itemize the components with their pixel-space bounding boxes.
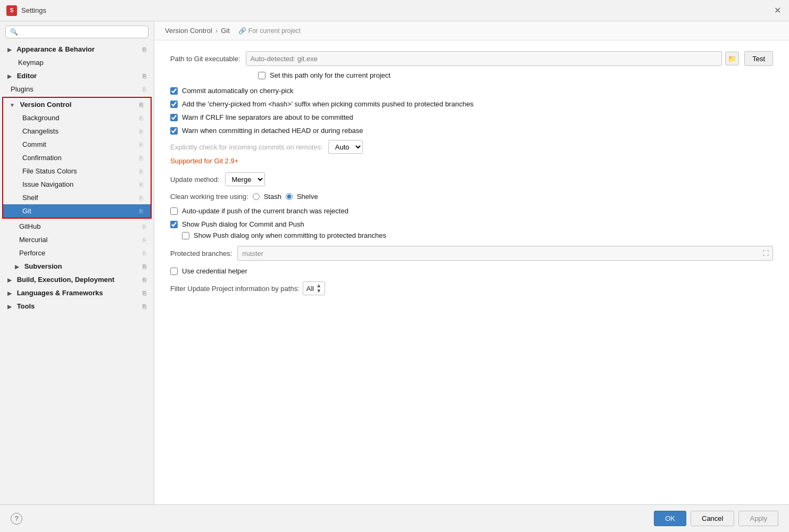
- sidebar-item-file-status-colors[interactable]: File Status Colors ⎘: [3, 164, 151, 178]
- sidebar-item-plugins[interactable]: Plugins ⎘: [0, 82, 154, 96]
- breadcrumb-parent: Version Control: [165, 27, 212, 35]
- copy-icon: ⎘: [139, 208, 143, 214]
- use-credential-checkbox[interactable]: [170, 268, 178, 275]
- show-push-label: Show Push dialog for Commit and Push: [182, 220, 304, 228]
- cherry-pick-suffix-row: Add the 'cherry-picked from <hash>' suff…: [170, 100, 773, 108]
- sidebar-item-tools[interactable]: ▶ Tools ⎘: [0, 300, 154, 313]
- show-push-row: Show Push dialog for Commit and Push: [170, 220, 773, 228]
- stash-radio[interactable]: [253, 193, 260, 200]
- test-button[interactable]: Test: [744, 51, 773, 66]
- sidebar-item-editor[interactable]: ▶ Editor ⎘: [0, 69, 154, 82]
- support-note: Supported for Git 2.9+: [170, 157, 773, 165]
- arrow-icon: ▼: [10, 102, 15, 108]
- sidebar-item-languages[interactable]: ▶ Languages & Frameworks ⎘: [0, 286, 154, 300]
- project-link[interactable]: 🔗 For current project: [238, 27, 301, 35]
- incoming-commits-select[interactable]: Auto: [328, 140, 363, 154]
- titlebar: S Settings ✕: [0, 0, 789, 21]
- copy-icon: ⎘: [143, 223, 146, 230]
- sidebar-item-perforce[interactable]: Perforce ⎘: [0, 246, 154, 260]
- path-row: Path to Git executable: 📁 Test: [170, 51, 773, 66]
- show-push-protected-row: Show Push dialog only when committing to…: [170, 231, 773, 239]
- warn-detached-checkbox[interactable]: [170, 127, 178, 135]
- copy-icon: ⎘: [143, 86, 146, 93]
- incoming-commits-label: Explicitly check for incoming commits on…: [170, 143, 323, 151]
- breadcrumb-sep: ›: [215, 27, 218, 35]
- show-push-checkbox[interactable]: [170, 221, 178, 228]
- sidebar-item-confirmation[interactable]: Confirmation ⎘: [3, 151, 151, 164]
- copy-icon: ⎘: [143, 46, 146, 53]
- search-input[interactable]: [20, 28, 144, 36]
- close-button[interactable]: ✕: [772, 5, 783, 16]
- show-push-protected-checkbox[interactable]: [182, 232, 189, 239]
- copy-icon: ⎘: [143, 250, 146, 256]
- use-credential-row: Use credential helper: [170, 267, 773, 275]
- main-content: 🔍 ▶ Appearance & Behavior ⎘ Keymap ▶: [0, 21, 789, 504]
- show-push-protected-label: Show Push dialog only when committing to…: [194, 231, 386, 239]
- filter-value: All: [306, 285, 314, 293]
- spinner-arrows: ▲▼: [316, 283, 321, 294]
- copy-icon: ⎘: [139, 181, 143, 188]
- sidebar-item-subversion[interactable]: ▶ Subversion ⎘: [0, 260, 154, 273]
- copy-icon: ⎘: [143, 290, 146, 296]
- protected-branches-row: Protected branches: ⛶: [170, 246, 773, 261]
- copy-icon: ⎘: [143, 263, 146, 270]
- browse-button[interactable]: 📁: [725, 52, 739, 65]
- sidebar-item-shelf[interactable]: Shelf ⎘: [3, 191, 151, 204]
- cherry-pick-label: Commit automatically on cherry-pick: [182, 87, 294, 95]
- clean-working-label: Clean working tree using:: [170, 193, 248, 201]
- cherry-pick-row: Commit automatically on cherry-pick: [170, 87, 773, 95]
- auto-update-label: Auto-update if push of the current branc…: [182, 207, 348, 215]
- path-input[interactable]: [246, 51, 722, 66]
- sidebar-item-background[interactable]: Background ⎘: [3, 111, 151, 124]
- copy-icon: ⎘: [139, 168, 143, 174]
- path-label: Path to Git executable:: [170, 55, 240, 63]
- sidebar-item-commit[interactable]: Commit ⎘: [3, 138, 151, 151]
- filter-label: Filter Update Project information by pat…: [170, 285, 300, 293]
- breadcrumb: Version Control › Git 🔗 For current proj…: [154, 21, 789, 40]
- search-box[interactable]: 🔍: [5, 26, 148, 38]
- filter-spinner[interactable]: All ▲▼: [303, 281, 325, 295]
- copy-icon: ⎘: [143, 303, 146, 310]
- set-path-checkbox[interactable]: [258, 72, 265, 79]
- search-icon: 🔍: [10, 28, 18, 36]
- sidebar-item-keymap[interactable]: Keymap: [0, 56, 154, 69]
- sidebar-item-issue-navigation[interactable]: Issue Navigation ⎘: [3, 178, 151, 191]
- cherry-pick-suffix-checkbox[interactable]: [170, 101, 178, 108]
- sidebar-item-github[interactable]: GitHub ⎘: [0, 220, 154, 233]
- protected-branches-input[interactable]: [237, 246, 773, 261]
- warn-detached-row: Warn when committing in detached HEAD or…: [170, 127, 773, 135]
- bottom-bar: ? OK Cancel Apply: [0, 504, 789, 532]
- set-path-row: Set this path only for the current proje…: [170, 71, 773, 79]
- stash-label: Stash: [264, 193, 281, 201]
- set-path-label: Set this path only for the current proje…: [270, 71, 391, 79]
- help-button[interactable]: ?: [11, 513, 22, 525]
- copy-icon: ⎘: [139, 155, 143, 161]
- sidebar-item-mercurial[interactable]: Mercurial ⎘: [0, 233, 154, 246]
- sidebar-item-version-control[interactable]: ▼ Version Control ⎘: [3, 98, 151, 111]
- update-method-select[interactable]: Merge: [225, 172, 265, 186]
- sidebar-item-appearance[interactable]: ▶ Appearance & Behavior ⎘: [0, 43, 154, 56]
- copy-icon: ⎘: [139, 195, 143, 201]
- update-method-label: Update method:: [170, 176, 220, 184]
- sidebar-item-changelists[interactable]: Changelists ⎘: [3, 124, 151, 138]
- copy-icon: ⎘: [139, 102, 143, 108]
- auto-update-checkbox[interactable]: [170, 207, 178, 215]
- copy-icon: ⎘: [143, 73, 146, 79]
- ok-button[interactable]: OK: [654, 511, 686, 526]
- copy-icon: ⎘: [143, 277, 146, 283]
- copy-icon: ⎘: [143, 237, 146, 243]
- sidebar-item-build[interactable]: ▶ Build, Execution, Deployment ⎘: [0, 273, 154, 286]
- protected-branches-label: Protected branches:: [170, 250, 232, 257]
- sidebar-item-git[interactable]: Git ⎘: [3, 204, 151, 218]
- warn-crlf-checkbox[interactable]: [170, 114, 178, 121]
- cancel-button[interactable]: Cancel: [691, 511, 734, 526]
- cherry-pick-suffix-label: Add the 'cherry-picked from <hash>' suff…: [182, 100, 474, 108]
- settings-content: Path to Git executable: 📁 Test Set this …: [154, 40, 789, 504]
- shelve-radio[interactable]: [286, 193, 293, 200]
- cherry-pick-checkbox[interactable]: [170, 87, 178, 95]
- apply-button[interactable]: Apply: [738, 511, 778, 526]
- filter-row: Filter Update Project information by pat…: [170, 281, 773, 295]
- breadcrumb-current: Git: [221, 27, 230, 35]
- warn-detached-label: Warn when committing in detached HEAD or…: [182, 127, 363, 135]
- use-credential-label: Use credential helper: [182, 267, 247, 275]
